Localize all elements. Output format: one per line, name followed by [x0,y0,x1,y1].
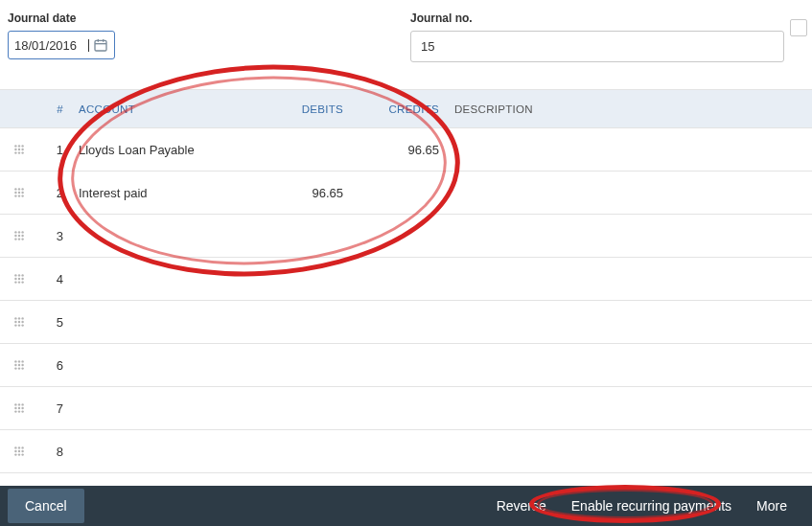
svg-point-5 [18,145,20,147]
svg-point-45 [21,321,23,323]
svg-point-44 [18,321,20,323]
row-num: 3 [38,229,71,243]
svg-point-32 [18,274,20,276]
svg-point-31 [14,274,16,276]
svg-point-25 [14,235,16,237]
svg-point-69 [21,446,23,448]
svg-point-64 [14,410,16,412]
svg-point-20 [18,194,20,196]
svg-point-74 [18,453,20,455]
drag-handle-icon[interactable] [0,273,38,285]
svg-point-52 [14,364,16,366]
journal-no-input[interactable] [410,31,784,62]
svg-point-54 [21,364,23,366]
svg-point-15 [21,188,23,190]
col-description[interactable]: DESCRIPTION [447,103,812,115]
row-account[interactable]: Lloyds Loan Payable [71,143,255,157]
journal-no-field: Journal no. [410,11,804,62]
footer-bar: Cancel Reverse Enable recurring payments… [0,486,812,526]
col-credits[interactable]: CREDITS [351,103,447,115]
header-checkbox[interactable] [790,19,807,36]
svg-point-67 [14,446,16,448]
drag-handle-icon[interactable] [0,316,38,328]
table-row[interactable]: 4 [0,258,812,301]
row-debits[interactable]: 96.65 [255,186,351,200]
svg-point-29 [18,238,20,240]
svg-point-14 [18,188,20,190]
table-row[interactable]: 3 [0,215,812,258]
table-row[interactable]: 1 Lloyds Loan Payable 96.65 [0,128,812,172]
svg-point-59 [18,403,20,405]
svg-point-75 [21,453,23,455]
svg-point-26 [18,235,20,237]
journal-date-label: Journal date [8,11,391,25]
svg-point-11 [18,151,20,153]
svg-point-33 [21,274,23,276]
more-link[interactable]: More [756,498,787,514]
svg-point-46 [14,324,16,326]
svg-point-7 [14,149,16,150]
row-num: 2 [38,186,71,200]
drag-handle-icon[interactable] [0,144,38,155]
svg-point-65 [18,410,20,412]
svg-point-49 [14,360,16,362]
svg-point-47 [18,324,20,326]
drag-handle-icon[interactable] [0,359,38,371]
svg-point-10 [14,151,16,153]
col-num[interactable]: # [38,103,71,115]
svg-point-58 [14,403,16,405]
svg-point-21 [21,194,23,196]
svg-point-72 [21,450,23,452]
header-fields: Journal date 18/01/2016 Journal no. [0,0,812,72]
row-credits[interactable]: 96.65 [351,143,447,157]
svg-point-66 [21,410,23,412]
svg-point-38 [18,281,20,283]
cancel-button[interactable]: Cancel [8,489,84,523]
svg-point-70 [14,450,16,452]
row-num: 6 [38,358,71,373]
table-row[interactable]: 5 [0,301,812,344]
svg-point-13 [14,188,16,190]
drag-handle-icon[interactable] [0,187,38,198]
svg-point-68 [18,446,20,448]
enable-recurring-link[interactable]: Enable recurring payments [571,498,731,514]
col-debits[interactable]: DEBITS [255,103,351,115]
svg-point-43 [14,321,16,323]
svg-point-53 [18,364,20,366]
grid-header-row: # ACCOUNT DEBITS CREDITS DESCRIPTION [0,90,812,128]
journal-no-label: Journal no. [410,11,804,25]
svg-point-12 [21,151,23,153]
row-num: 8 [38,445,71,459]
svg-point-42 [21,317,23,319]
row-num: 1 [38,143,71,157]
row-num: 5 [38,315,71,330]
svg-point-36 [21,278,23,280]
svg-point-62 [18,407,20,409]
col-account[interactable]: ACCOUNT [71,103,255,115]
journal-date-input[interactable]: 18/01/2016 [8,31,115,59]
svg-point-19 [14,194,16,196]
drag-handle-icon[interactable] [0,446,38,457]
svg-point-55 [14,367,16,369]
table-row[interactable]: 7 [0,387,812,430]
table-row[interactable]: 8 [0,430,812,473]
svg-point-4 [14,145,16,147]
drag-handle-icon[interactable] [0,402,38,414]
svg-point-61 [14,407,16,409]
svg-point-37 [14,281,16,283]
reverse-link[interactable]: Reverse [497,498,546,514]
svg-point-16 [14,192,16,194]
svg-point-17 [18,192,20,194]
svg-point-6 [21,145,23,147]
svg-point-35 [18,278,20,280]
table-row[interactable]: 2 Interest paid 96.65 [0,172,812,215]
journal-date-value: 18/01/2016 [14,39,89,52]
calendar-icon[interactable] [93,37,108,53]
row-account[interactable]: Interest paid [71,186,255,200]
svg-point-27 [21,235,23,237]
drag-handle-icon[interactable] [0,230,38,241]
svg-point-23 [18,231,20,233]
svg-point-73 [14,453,16,455]
table-row[interactable]: 6 [0,344,812,387]
svg-point-63 [21,407,23,409]
